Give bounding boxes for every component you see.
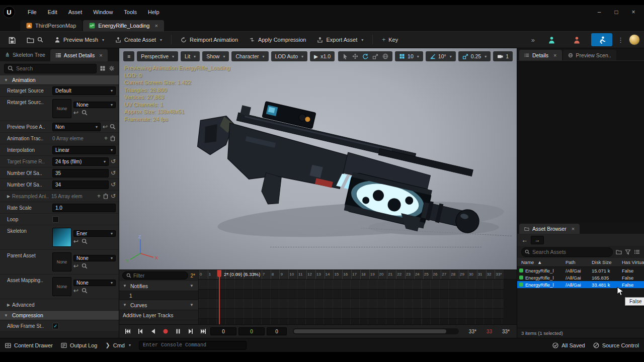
browse-to-asset-button[interactable] [23,33,47,46]
3d-viewport[interactable]: ≡ Perspective▾ Lit▾ Show▾ Character▾ LOD… [119,48,517,269]
use-selected-icon[interactable]: ↩ [73,288,78,294]
reset-to-default-icon[interactable]: ↺ [111,193,116,199]
viewport-dropdown-button[interactable]: Show▾ [202,51,229,61]
menu-item[interactable]: Tools [118,5,142,19]
track-notifies[interactable]: ▼ Notifies ▼ [119,281,198,291]
tab-asset-details[interactable]: Asset Details × [50,49,108,61]
scrollbar-thumb[interactable] [294,329,446,333]
menu-item[interactable]: Asset [63,5,88,19]
select-tool-icon[interactable] [342,53,348,59]
reset-to-default-icon[interactable]: ↺ [111,170,116,176]
use-selected-icon[interactable]: ↩ [103,124,108,130]
browse-to-asset-icon[interactable] [82,110,88,116]
tab-thirdpersonmap[interactable]: ThirdPersonMap [20,20,82,31]
use-selected-icon[interactable]: ↩ [73,238,78,244]
timeline-lanes[interactable] [199,280,504,324]
tab-close-icon[interactable]: × [99,52,102,58]
tab-skeleton-tree[interactable]: ⋔ Skeleton Tree [0,48,50,61]
more-options-icon[interactable]: ⋮ [616,36,625,44]
track-curves[interactable]: ▼ Curves ▼ [119,300,198,310]
menu-item[interactable]: Edit [42,5,63,19]
menu-item[interactable]: Window [88,5,118,19]
interpolation-dropdown[interactable]: Linear▾ [52,146,116,154]
maximize-icon[interactable]: □ [609,7,624,18]
source-control-button[interactable]: Source Control [593,342,639,348]
use-selected-icon[interactable]: ↩ [73,110,78,116]
chevron-down-icon[interactable]: ▼ [190,284,195,288]
pause-button[interactable] [173,327,183,336]
retarget-source-asset-dropdown[interactable]: None▾ [73,102,116,108]
animation-mode-button[interactable] [591,33,612,46]
settings-gear-icon[interactable] [109,65,115,71]
playback-speed-button[interactable]: ▶ x1.0 [310,51,335,61]
reset-to-default-icon[interactable]: ↺ [111,158,116,164]
chevron-down-icon[interactable]: ▼ [190,303,195,307]
use-selected-icon[interactable]: ↩ [73,263,78,269]
tab-preview-scene[interactable]: Preview Scen.. [563,50,616,60]
browse-to-asset-icon[interactable] [82,288,88,294]
move-tool-icon[interactable] [352,53,358,59]
tab-close-icon[interactable]: × [553,52,556,58]
asset-thumbnail[interactable]: None [52,99,71,118]
column-disk-size[interactable]: Disk Size [590,259,620,265]
rotation-snap-button[interactable]: 10°▾ [426,51,456,61]
close-icon[interactable]: × [626,7,641,18]
go-to-start-button[interactable] [122,327,133,336]
track-filter-input[interactable] [133,273,184,279]
preview-mesh-button[interactable]: Preview Mesh▾ [50,33,108,46]
loop-start-field[interactable]: 0 [267,327,287,335]
track-filter[interactable] [122,272,188,280]
go-to-end-button[interactable] [198,327,208,336]
scale-tool-icon[interactable] [372,53,378,59]
viewport-dropdown-button[interactable]: Lit▾ [181,51,200,61]
browse-to-asset-icon[interactable] [82,263,88,269]
back-arrow-icon[interactable]: ← [521,236,528,244]
trash-icon[interactable] [110,135,116,141]
preview-pose-dropdown[interactable]: Non▾ [52,123,101,131]
play-reverse-button[interactable] [147,327,158,336]
add-element-icon[interactable]: + [104,135,108,141]
start-frame-field[interactable]: 0 [210,327,236,335]
skeleton-dropdown[interactable]: Ener▾ [73,230,116,237]
track-additive-layers[interactable]: Additive Layer Tracks [119,310,198,320]
grid-snap-button[interactable]: 10▾ [395,51,423,61]
browse-to-asset-icon[interactable] [110,124,116,130]
add-key-button[interactable]: + Key [378,33,402,46]
asset-search-input[interactable] [532,249,609,255]
menu-item[interactable]: Help [142,5,165,19]
overflow-chevrons-icon[interactable]: » [528,36,537,44]
allow-frame-stripping-checkbox[interactable]: ✓ [52,323,59,329]
record-button[interactable] [160,327,171,336]
view-list-icon[interactable] [634,249,640,255]
viewport-menu-button[interactable]: ≡ [123,51,134,61]
forward-arrow-icon[interactable]: → [531,236,544,244]
minimize-icon[interactable]: – [592,7,607,18]
details-search[interactable] [4,64,97,73]
column-name[interactable]: Name ▲ [517,259,564,265]
column-has-virtual[interactable]: Has Virtua [620,259,644,265]
timeline-scrollbar[interactable] [293,328,459,334]
add-element-icon[interactable]: + [97,193,101,199]
current-frame-field[interactable]: 0 [238,327,265,335]
column-path[interactable]: Path [564,259,590,265]
category-compression[interactable]: ▼ Compression [0,311,119,320]
asset-thumbnail[interactable]: None [52,252,71,272]
output-log-button[interactable]: Output Log [61,342,97,348]
tab-close-icon[interactable]: × [154,23,157,29]
track-notify-lane[interactable]: 1 [119,291,198,300]
save-button[interactable] [4,33,20,46]
step-forward-button[interactable] [185,327,196,336]
parent-asset-dropdown[interactable]: None▾ [73,255,116,261]
folder-icon[interactable] [616,249,622,255]
filter-funnel-icon[interactable] [625,249,631,255]
preview-mesh-mode-button[interactable] [541,33,562,46]
search-input[interactable] [16,65,93,71]
export-asset-button[interactable]: Export Asset▾ [313,33,367,46]
trash-icon[interactable] [103,193,109,199]
all-saved-indicator[interactable]: All Saved [552,342,585,348]
preview-profile-icon[interactable] [629,34,640,45]
apply-compression-button[interactable]: Apply Compression [245,33,310,46]
unreal-logo-icon[interactable]: U [3,6,15,18]
asset-search[interactable] [521,247,613,257]
tab-details[interactable]: Details × [519,50,562,60]
